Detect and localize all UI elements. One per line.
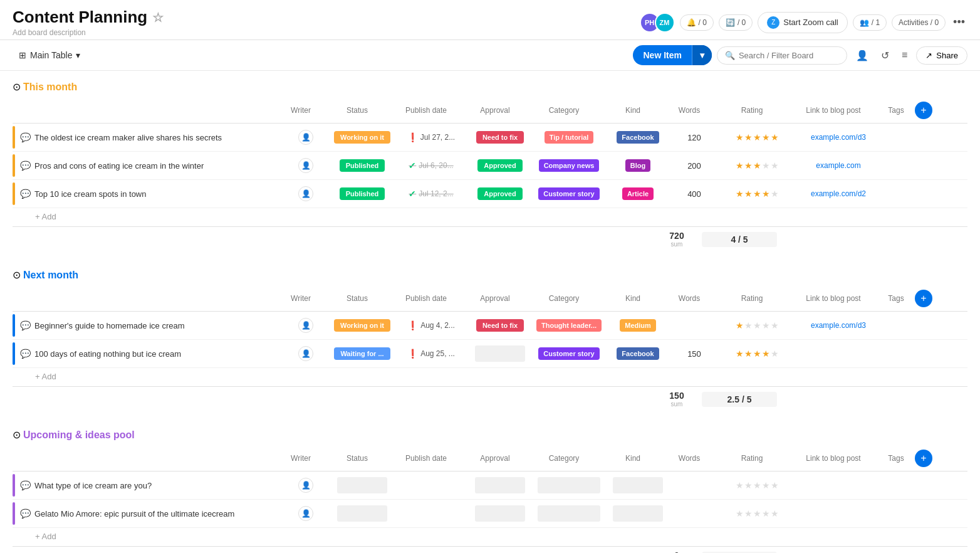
- status-badge[interactable]: Working on it: [334, 131, 390, 144]
- comment-icon[interactable]: 💬: [20, 480, 31, 490]
- cell-category[interactable]: Company news: [531, 159, 607, 172]
- cell-kind[interactable]: Facebook: [607, 347, 669, 360]
- comment-icon[interactable]: 💬: [20, 161, 31, 171]
- new-item-button[interactable]: New Item ▾: [633, 45, 711, 65]
- comment-icon[interactable]: 💬: [20, 349, 31, 359]
- add-row-button[interactable]: + Add: [13, 208, 967, 225]
- cell-kind[interactable]: [607, 477, 669, 493]
- cell-blog[interactable]: example.com/d3: [795, 133, 882, 142]
- star-icon: ★: [736, 189, 744, 199]
- cell-kind[interactable]: Facebook: [607, 131, 669, 144]
- col-header-publish: Publish date: [388, 106, 464, 115]
- add-column-button[interactable]: +: [915, 102, 932, 119]
- cell-kind[interactable]: [607, 505, 669, 522]
- inbox-button[interactable]: 🔔 / 0: [680, 14, 714, 31]
- kind-badge[interactable]: Facebook: [617, 131, 659, 144]
- cell-status[interactable]: Published: [331, 187, 394, 200]
- blog-link[interactable]: example.com/d3: [811, 321, 866, 330]
- top-bar: Content Planning ☆ Add board description…: [0, 0, 980, 40]
- category-badge[interactable]: Customer story: [538, 187, 599, 200]
- cell-status[interactable]: Waiting for ...: [331, 347, 394, 360]
- refresh-icon[interactable]: ↺: [877, 46, 893, 65]
- approval-badge[interactable]: Need to fix: [476, 131, 524, 144]
- search-box[interactable]: 🔍: [717, 46, 847, 65]
- approval-badge[interactable]: Need to fix: [476, 319, 524, 332]
- approval-badge[interactable]: Approved: [477, 187, 522, 200]
- cell-category[interactable]: [531, 505, 607, 522]
- category-badge[interactable]: Company news: [539, 159, 600, 172]
- star-icon[interactable]: ☆: [152, 10, 164, 25]
- cell-status[interactable]: Working on it: [331, 319, 394, 332]
- kind-badge[interactable]: Blog: [625, 159, 650, 172]
- star-icon: ★: [744, 508, 753, 519]
- group-toggle-button[interactable]: ⊙: [13, 269, 21, 281]
- activities-button[interactable]: Activities / 0: [892, 14, 946, 31]
- cell-kind[interactable]: Blog: [607, 159, 669, 172]
- kind-badge[interactable]: Medium: [620, 319, 656, 332]
- group-toggle-button[interactable]: ⊙: [13, 429, 21, 441]
- col-header-status: Status: [326, 294, 388, 303]
- cell-category[interactable]: Customer story: [531, 187, 607, 200]
- comment-icon[interactable]: 💬: [20, 132, 31, 142]
- share-button[interactable]: ↗ Share: [916, 46, 967, 65]
- cell-kind[interactable]: Medium: [607, 319, 669, 332]
- cell-approval[interactable]: Need to fix: [469, 131, 531, 144]
- search-input[interactable]: [739, 51, 839, 60]
- star-icon: ★: [753, 508, 761, 519]
- filter-icon[interactable]: ≡: [898, 46, 911, 65]
- cell-category[interactable]: Customer story: [531, 347, 607, 360]
- cell-category[interactable]: Tip / tutorial: [531, 131, 607, 144]
- rating-stars: ★★★★★: [736, 132, 779, 142]
- updates-button[interactable]: 🔄 / 0: [719, 14, 753, 31]
- cell-category[interactable]: [531, 477, 607, 493]
- category-badge[interactable]: Tip / tutorial: [545, 131, 594, 144]
- cell-status[interactable]: Working on it: [331, 131, 394, 144]
- publish-date-cell: ✔ Jul 12, 2...: [409, 189, 453, 199]
- cell-category[interactable]: Thought leader...: [531, 319, 607, 332]
- cell-kind[interactable]: Article: [607, 187, 669, 200]
- status-badge[interactable]: Published: [340, 159, 385, 172]
- status-badge[interactable]: Working on it: [334, 319, 390, 332]
- person-filter-icon[interactable]: 👤: [852, 46, 872, 65]
- more-options-button[interactable]: •••: [951, 13, 967, 31]
- status-badge[interactable]: Waiting for ...: [334, 347, 390, 360]
- cell-approval[interactable]: Need to fix: [469, 319, 531, 332]
- category-badge[interactable]: Customer story: [538, 347, 599, 360]
- comment-icon[interactable]: 💬: [20, 189, 31, 199]
- blog-link[interactable]: example.com: [816, 161, 860, 170]
- cell-approval[interactable]: [469, 505, 531, 522]
- blog-link[interactable]: example.com/d3: [811, 133, 866, 142]
- cell-approval[interactable]: [469, 345, 531, 362]
- comment-icon[interactable]: 💬: [20, 320, 31, 330]
- share-icon: ↗: [925, 51, 932, 60]
- blog-link[interactable]: example.com/d2: [811, 189, 866, 198]
- group-toggle-button[interactable]: ⊙: [13, 81, 21, 93]
- cell-blog[interactable]: example.com/d2: [795, 189, 882, 198]
- cell-writer: 👤: [281, 158, 331, 173]
- kind-badge[interactable]: Facebook: [617, 347, 659, 360]
- category-badge[interactable]: Thought leader...: [536, 319, 602, 332]
- add-row-button[interactable]: + Add: [13, 368, 967, 385]
- col-header-words: Words: [664, 106, 714, 115]
- comment-icon[interactable]: 💬: [20, 508, 31, 519]
- status-badge[interactable]: Published: [340, 187, 385, 200]
- exclamation-icon: ❗: [407, 132, 418, 142]
- add-column-button[interactable]: +: [915, 450, 932, 467]
- cell-status[interactable]: [331, 505, 394, 522]
- cell-approval[interactable]: [469, 477, 531, 493]
- members-button[interactable]: 👥 / 1: [853, 14, 887, 31]
- cell-approval[interactable]: Approved: [469, 187, 531, 200]
- cell-blog[interactable]: example.com/d3: [795, 321, 882, 330]
- add-row-button[interactable]: + Add: [13, 528, 967, 545]
- cell-status[interactable]: Published: [331, 159, 394, 172]
- cell-approval[interactable]: Approved: [469, 159, 531, 172]
- new-item-arrow[interactable]: ▾: [692, 45, 712, 65]
- zoom-button[interactable]: Z Start Zoom call: [758, 12, 847, 33]
- kind-badge[interactable]: Article: [622, 187, 654, 200]
- cell-blog[interactable]: example.com: [795, 161, 882, 170]
- add-column-button[interactable]: +: [915, 290, 932, 307]
- table-selector[interactable]: ⊞ Main Table ▾: [13, 47, 86, 63]
- star-icon: ★: [762, 132, 770, 142]
- cell-status[interactable]: [331, 477, 394, 493]
- approval-badge[interactable]: Approved: [477, 159, 522, 172]
